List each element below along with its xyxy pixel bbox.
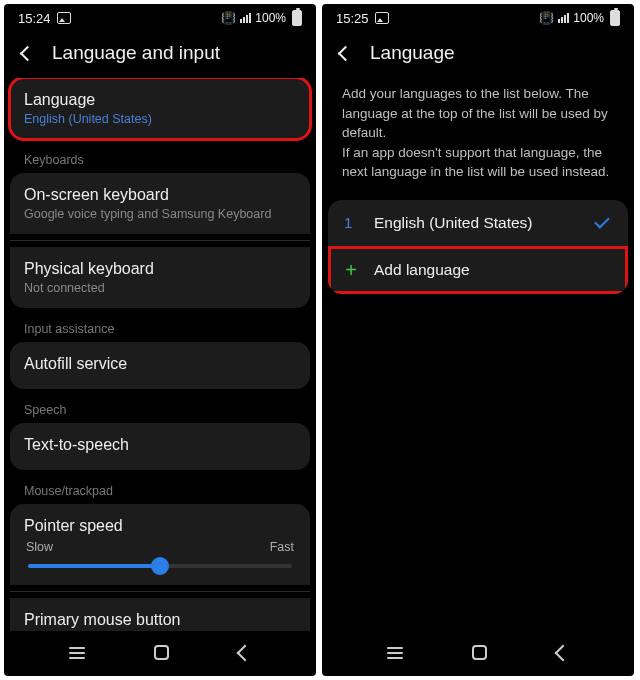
setting-title: Autofill service: [24, 355, 296, 373]
page-title: Language and input: [52, 42, 220, 64]
back-icon[interactable]: [18, 44, 36, 62]
setting-language[interactable]: Language English (United States): [10, 78, 310, 139]
screen-header: Language: [322, 30, 634, 78]
clock: 15:24: [18, 11, 51, 26]
setting-title: Text-to-speech: [24, 436, 296, 454]
battery-percent: 100%: [573, 11, 604, 25]
nav-recents-icon[interactable]: [69, 647, 85, 659]
status-bar: 15:24 📳 100%: [4, 4, 316, 30]
section-mouse: Mouse/trackpad: [10, 478, 310, 504]
nav-home-icon[interactable]: [472, 645, 487, 660]
language-list: 1 English (United States) + Add language: [328, 200, 628, 294]
setting-title: Language: [24, 91, 296, 109]
section-keyboards: Keyboards: [10, 147, 310, 173]
screenshot-language-and-input: 15:24 📳 100% Language and input Language…: [4, 4, 316, 676]
clock: 15:25: [336, 11, 369, 26]
setting-title: On-screen keyboard: [24, 186, 296, 204]
add-language-label: Add language: [374, 261, 612, 279]
setting-title: Pointer speed: [24, 517, 296, 535]
setting-title: Physical keyboard: [24, 260, 296, 278]
setting-subtitle: English (United States): [24, 112, 296, 126]
add-language-button[interactable]: + Add language: [328, 246, 628, 294]
setting-pointer-speed: Pointer speed Slow Fast: [10, 504, 310, 585]
page-title: Language: [370, 42, 455, 64]
nav-back-icon[interactable]: [555, 644, 572, 661]
screen-header: Language and input: [4, 30, 316, 78]
signal-icon: [240, 13, 251, 23]
vibrate-icon: 📳: [221, 11, 236, 25]
setting-autofill[interactable]: Autofill service: [10, 342, 310, 389]
nav-back-icon[interactable]: [237, 644, 254, 661]
slider-thumb[interactable]: [151, 557, 169, 575]
setting-subtitle: Google voice typing and Samsung Keyboard: [24, 207, 296, 221]
pointer-speed-slider[interactable]: [28, 564, 292, 568]
language-name: English (United States): [374, 214, 576, 232]
slider-max-label: Fast: [270, 540, 294, 554]
language-item-1[interactable]: 1 English (United States): [328, 200, 628, 246]
nav-recents-icon[interactable]: [387, 647, 403, 659]
check-icon: [592, 217, 612, 229]
back-icon[interactable]: [336, 44, 354, 62]
screenshot-indicator-icon: [375, 12, 389, 24]
language-description: Add your languages to the list below. Th…: [328, 78, 628, 200]
section-speech: Speech: [10, 397, 310, 423]
setting-onscreen-keyboard[interactable]: On-screen keyboard Google voice typing a…: [10, 173, 310, 234]
plus-icon: +: [344, 260, 358, 280]
status-bar: 15:25 📳 100%: [322, 4, 634, 30]
setting-physical-keyboard[interactable]: Physical keyboard Not connected: [10, 247, 310, 308]
battery-icon: [292, 10, 302, 26]
signal-icon: [558, 13, 569, 23]
section-input-assistance: Input assistance: [10, 316, 310, 342]
battery-icon: [610, 10, 620, 26]
slider-min-label: Slow: [26, 540, 53, 554]
setting-subtitle: Not connected: [24, 281, 296, 295]
nav-home-icon[interactable]: [154, 645, 169, 660]
navigation-bar: [4, 631, 316, 676]
vibrate-icon: 📳: [539, 11, 554, 25]
setting-primary-mouse-button[interactable]: Primary mouse button Left: [10, 598, 310, 631]
screenshot-indicator-icon: [57, 12, 71, 24]
setting-tts[interactable]: Text-to-speech: [10, 423, 310, 470]
language-index: 1: [344, 214, 358, 231]
setting-title: Primary mouse button: [24, 611, 296, 629]
navigation-bar: [322, 631, 634, 676]
screenshot-language-list: 15:25 📳 100% Language Add your languages…: [322, 4, 634, 676]
battery-percent: 100%: [255, 11, 286, 25]
